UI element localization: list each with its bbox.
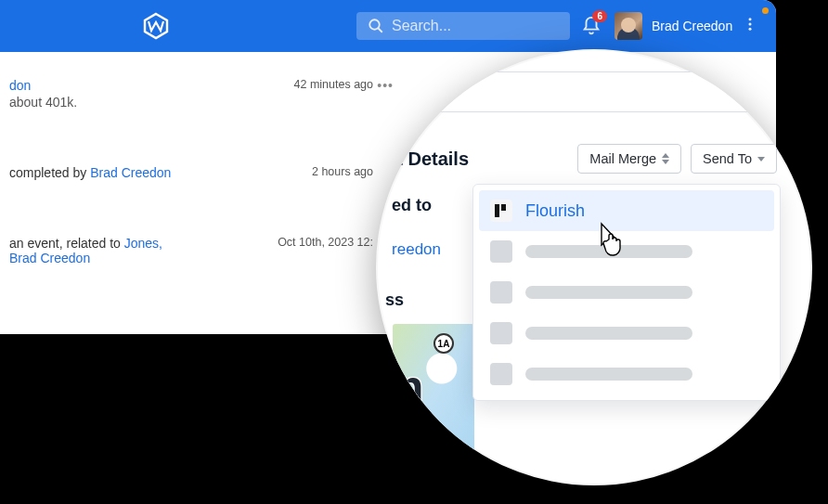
feed-more-icon[interactable]: ••• (377, 78, 394, 93)
placeholder-icon (490, 281, 512, 304)
search-input[interactable]: Search... (356, 12, 570, 40)
svg-line-2 (378, 28, 382, 32)
placeholder-icon (490, 322, 512, 344)
map-city-label-fragment: n (396, 361, 423, 412)
map-preview[interactable]: 1A n (393, 324, 474, 472)
dropdown-item[interactable] (479, 272, 774, 313)
feed-timestamp: 2 hours ago (312, 165, 373, 178)
assignee-link-fragment[interactable]: reedon (376, 240, 441, 259)
notification-count-badge: 6 (592, 10, 607, 22)
dropdown-item-label: Flourish (525, 201, 585, 221)
status-dot (762, 7, 769, 14)
mail-merge-label: Mail Merge (589, 151, 656, 166)
feed-prefix: completed by (9, 165, 90, 180)
feed-user-link[interactable]: Brad Creedon (9, 251, 90, 265)
send-to-label: Send To (703, 151, 752, 166)
svg-rect-7 (495, 204, 499, 217)
magnifier-lens: act Details Mail Merge Send To ed to ree… (376, 49, 812, 485)
svg-point-4 (749, 23, 752, 26)
mail-merge-button[interactable]: Mail Merge (577, 144, 681, 174)
svg-marker-0 (145, 14, 167, 38)
feed-user-link[interactable]: Brad Creedon (90, 165, 171, 180)
search-placeholder: Search... (392, 18, 451, 34)
feed-entity-link[interactable]: Jones, (124, 236, 162, 251)
send-to-dropdown: Flourish (472, 184, 781, 401)
send-to-button[interactable]: Send To (691, 144, 777, 174)
sort-icon (662, 153, 669, 164)
svg-point-5 (749, 28, 752, 31)
svg-point-3 (749, 18, 752, 20)
placeholder-label (525, 368, 692, 381)
svg-point-1 (369, 19, 380, 30)
search-icon (368, 18, 384, 34)
flourish-icon (490, 200, 512, 222)
feed-timestamp: 42 minutes ago (294, 78, 373, 91)
caret-down-icon (757, 157, 765, 162)
placeholder-label (525, 286, 692, 299)
more-menu-button[interactable] (742, 16, 758, 36)
avatar[interactable] (615, 12, 642, 40)
username-label: Brad Creedon (652, 19, 732, 33)
notifications-button[interactable]: 6 (581, 16, 602, 36)
dropdown-item[interactable] (479, 313, 774, 354)
placeholder-icon (490, 240, 512, 263)
placeholder-label (525, 327, 692, 340)
svg-rect-8 (501, 204, 506, 211)
dropdown-item[interactable] (479, 354, 774, 394)
feed-title-fragment: don (9, 78, 31, 93)
section-label-fragment: ss (376, 291, 404, 310)
app-logo[interactable] (141, 11, 171, 41)
top-bar: Search... 6 Brad Creedon (0, 0, 776, 52)
more-vertical-icon (742, 16, 758, 32)
feed-prefix: an event, related to (9, 236, 124, 251)
feed-timestamp: Oct 10th, 2023 12: (278, 236, 373, 249)
route-marker: 1A (433, 333, 454, 354)
cursor-icon (594, 221, 627, 262)
placeholder-icon (490, 363, 512, 385)
